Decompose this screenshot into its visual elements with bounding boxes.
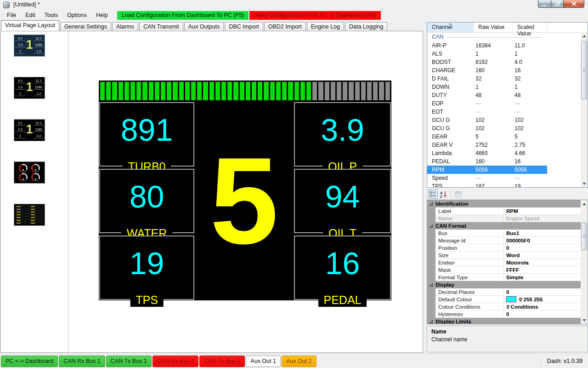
tab-engine-log[interactable]: Engine Log xyxy=(307,22,344,31)
tab-can-transmit[interactable]: CAN Transmit xyxy=(139,22,183,31)
channel-row-pedal[interactable]: PEDAL16016 xyxy=(427,157,547,166)
property-value[interactable]: 0 255 255 xyxy=(503,296,581,303)
status-can-rx-bus-2[interactable]: CAN Rx Bus 2 xyxy=(153,356,199,367)
property-format-type[interactable]: Format TypeSimple xyxy=(427,274,581,281)
status-can-tx-bus-2[interactable]: CAN Tx Bus 2 xyxy=(199,356,245,367)
tab-aux-outputs[interactable]: Aux Outputs xyxy=(184,22,224,31)
scroll-down-icon[interactable] xyxy=(581,180,588,187)
property-scrollbar-thumb[interactable] xyxy=(581,223,587,250)
minimize-button[interactable] xyxy=(538,0,551,8)
menu-item-edit[interactable]: Edit xyxy=(21,11,40,20)
property-size[interactable]: SizeWord xyxy=(427,252,581,259)
column-header-channel[interactable]: Channel xyxy=(427,23,474,32)
channel-row-als[interactable]: ALS11 xyxy=(427,50,547,58)
page-thumbnail-3[interactable]: 9.12.3212.112801.31 xyxy=(14,119,45,141)
restore-button[interactable] xyxy=(551,0,564,8)
property-default-colour[interactable]: Default Colour0 255 255 xyxy=(427,296,581,303)
property-hysteresis[interactable]: Hysteresis0 xyxy=(427,310,581,318)
menu-item-help[interactable]: Help xyxy=(91,11,113,20)
property-value[interactable]: 3 Conditions xyxy=(503,303,581,310)
property-value[interactable]: Word xyxy=(503,252,581,259)
property-message-id[interactable]: Message Id000005F0 xyxy=(427,237,581,244)
column-header-scaled-value[interactable]: Scaled Value xyxy=(513,23,547,32)
property-section-can-format[interactable]: CAN Format xyxy=(427,222,581,230)
property-value-text: 0 xyxy=(506,245,509,251)
property-scrollbar[interactable] xyxy=(581,200,588,324)
bar-segment xyxy=(161,82,165,100)
property-value[interactable]: 0 xyxy=(503,244,581,252)
property-colour-conditions[interactable]: Colour Conditions3 Conditions xyxy=(427,303,581,310)
tab-data-logging[interactable]: Data Logging xyxy=(345,22,387,31)
send-configuration-button[interactable]: Send Configuration From PC to Dashboard … xyxy=(249,11,380,20)
property-position[interactable]: Position0 xyxy=(427,244,581,252)
channel-row-eop[interactable]: EOP------ xyxy=(427,99,547,108)
channel-row-d-fail[interactable]: D FAIL3232 xyxy=(427,75,547,83)
page-thumbnail-5[interactable] xyxy=(14,204,45,226)
property-label[interactable]: LabelRPM xyxy=(427,207,581,215)
load-configuration-button[interactable]: Load Configuration From Dashboard To PC … xyxy=(117,11,249,20)
status-can-tx-bus-1[interactable]: CAN Tx Bus 1 xyxy=(106,356,152,367)
tab-dbc-import[interactable]: DBC Import xyxy=(225,22,263,31)
property-name[interactable]: NameEngine Speed xyxy=(427,215,581,222)
menu-item-tools[interactable]: Tools xyxy=(40,11,62,20)
page-thumbnail-1[interactable]: 9.12.3212.112801.31 xyxy=(14,34,45,57)
channel-row-charge[interactable]: CHARGE16016 xyxy=(427,66,547,75)
channel-row-air-p[interactable]: AIR-P1638411.0 xyxy=(427,41,547,50)
channel-row-gcu-g[interactable]: GCU G102102 xyxy=(427,116,547,124)
menu-item-file[interactable]: File xyxy=(2,11,21,20)
channel-row-speed[interactable]: Speed------ xyxy=(427,174,547,182)
property-value-text: 0 xyxy=(506,311,509,317)
channel-scrollbar[interactable] xyxy=(581,32,588,187)
status-aux-out-1[interactable]: Aux Out 1 xyxy=(246,356,281,367)
tab-virtual-page-layout[interactable]: Virtual Page Layout xyxy=(1,20,59,31)
page-thumbnail-4[interactable] xyxy=(14,161,45,184)
property-value[interactable]: RPM xyxy=(503,207,581,215)
bar-segment xyxy=(130,82,135,100)
alphabetical-view-button[interactable]: A Z xyxy=(438,190,448,199)
channel-row-lambda[interactable]: Lambda46604.66 xyxy=(427,149,547,157)
channel-row-tps[interactable]: TPS18719 xyxy=(427,182,547,187)
close-button[interactable] xyxy=(564,0,584,8)
scroll-up-icon[interactable] xyxy=(581,32,588,40)
property-gutter xyxy=(427,296,435,303)
mini-value: 2.3 xyxy=(15,43,25,47)
categorized-view-button[interactable] xyxy=(428,190,438,199)
column-header-raw-value[interactable]: Raw Value xyxy=(474,23,513,32)
property-value[interactable]: Simple xyxy=(503,274,581,281)
status-can-rx-bus-1[interactable]: CAN Rx Bus 1 xyxy=(59,356,105,367)
channel-row-down[interactable]: DOWN11 xyxy=(427,83,547,91)
property-value[interactable]: Engine Speed xyxy=(503,215,581,222)
property-value[interactable]: 0 xyxy=(503,310,581,318)
channel-row-rpm[interactable]: RPM50565056 xyxy=(427,166,547,174)
channel-row-boost[interactable]: BOOST81924.0 xyxy=(427,58,547,66)
tab-obd2-import[interactable]: OBD2 Import xyxy=(264,22,306,31)
property-section-identification[interactable]: Identification xyxy=(427,200,581,207)
channel-row-duty[interactable]: DUTY4848 xyxy=(427,91,547,99)
property-mask[interactable]: MaskFFFF xyxy=(427,266,581,274)
property-endian[interactable]: EndianMotorola xyxy=(427,259,581,266)
tab-general-settings[interactable]: General Settings xyxy=(60,22,111,31)
page-thumbnail-2[interactable]: 9.12.3212.112801.31 xyxy=(14,77,45,99)
property-section-display[interactable]: Display xyxy=(427,281,581,288)
property-value[interactable]: 0 xyxy=(503,288,581,296)
property-value[interactable]: Bus1 xyxy=(503,230,581,237)
menu-item-options[interactable]: Options xyxy=(62,11,91,20)
property-value[interactable]: Motorola xyxy=(503,259,581,266)
channel-row-gear[interactable]: GEAR55 xyxy=(427,132,547,141)
scroll-up-icon[interactable] xyxy=(581,200,588,207)
channel-row-eot[interactable]: EOT------ xyxy=(427,108,547,116)
property-decimal-places[interactable]: Decimal Places0 xyxy=(427,288,581,296)
status-aux-out-2[interactable]: Aux Out 2 xyxy=(282,356,317,367)
scroll-down-icon[interactable] xyxy=(581,316,588,324)
status-pc-dashboard[interactable]: PC <-> Dashboard xyxy=(1,356,58,367)
property-bus[interactable]: BusBus1 xyxy=(427,230,581,237)
channel-scrollbar-thumb[interactable] xyxy=(581,41,587,99)
channel-row-gcu-g[interactable]: GCU G102102 xyxy=(427,124,547,132)
property-section-display-limits[interactable]: Display Limits xyxy=(427,318,581,324)
dashboard-preview[interactable]: 5 891TURB03.9OIL P80WATER94OIL T19TPS16P… xyxy=(99,80,391,300)
tab-alarms[interactable]: Alarms xyxy=(112,22,138,31)
property-label: Message Id xyxy=(435,237,503,244)
property-value[interactable]: FFFF xyxy=(503,266,581,274)
property-value[interactable]: 000005F0 xyxy=(503,237,581,244)
channel-row-gear-v[interactable]: GEAR V27522.75 xyxy=(427,141,547,149)
